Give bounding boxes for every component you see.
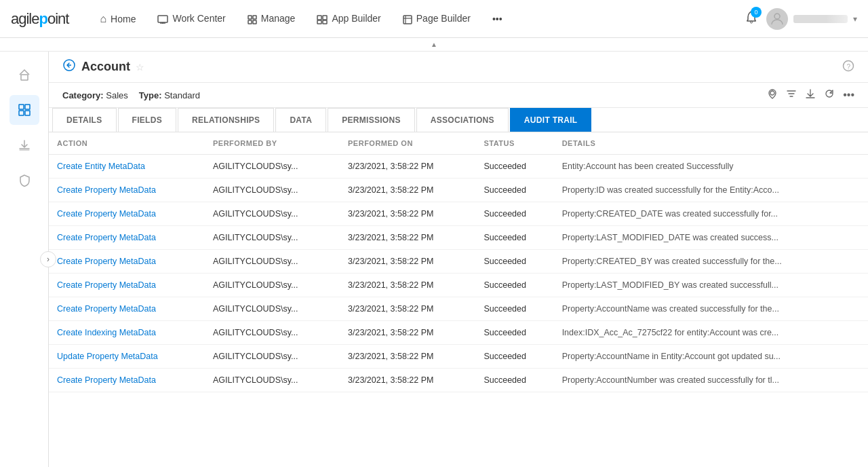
sidebar-item-security[interactable] [9,166,39,195]
nav-more[interactable]: ••• [483,8,512,30]
status-cell: Succeeded [475,321,553,345]
type-key: Type: [139,90,162,100]
tab-audit-trail[interactable]: AUDIT TRAIL [510,108,592,132]
details-cell: Property:AccountName in Entity:Account g… [554,345,868,369]
performed-on-cell: 3/23/2021, 3:58:22 PM [340,345,475,369]
nav-pagebuilder-label: Page Builder [416,13,471,24]
action-link[interactable]: Create Indexing MetaData [57,328,156,337]
nav-appbuilder-label: App Builder [332,13,380,24]
svg-rect-18 [25,105,30,109]
performed-on-cell: 3/23/2021, 3:58:22 PM [340,250,475,274]
collapse-icon: ▲ [431,41,437,48]
action-link[interactable]: Create Property MetaData [57,233,156,242]
svg-text:?: ? [847,62,851,70]
home-nav-icon: ⌂ [100,13,106,25]
svg-rect-5 [248,20,252,24]
performed-by-cell: AGILITYCLOUDS\sy... [205,250,340,274]
logo-text: agilepοint [11,10,68,28]
table-row: Create Property MetaData AGILITYCLOUDS\s… [49,274,868,297]
page-header: Account ☆ ? [49,52,868,83]
action-link[interactable]: Create Property MetaData [57,257,156,266]
action-link[interactable]: Create Property MetaData [57,375,156,385]
table-row: Update Property MetaData AGILITYCLOUDS\s… [49,345,868,369]
tabs-bar: DETAILS FIELDS RELATIONSHIPS DATA PERMIS… [49,108,868,132]
action-link[interactable]: Create Entity MetaData [57,162,145,171]
nav-manage-label: Manage [261,13,296,24]
workcenter-nav-icon [157,13,168,24]
svg-rect-10 [323,20,327,24]
performed-by-cell: AGILITYCLOUDS\sy... [205,155,340,179]
tab-data[interactable]: DATA [275,108,326,132]
nav-manage[interactable]: Manage [238,7,305,29]
svg-rect-4 [253,16,256,19]
action-link[interactable]: Create Property MetaData [57,304,156,314]
performed-on-cell: 3/23/2021, 3:58:22 PM [340,179,475,202]
pagebuilder-nav-icon [403,13,412,24]
sidebar-item-home[interactable] [9,60,39,90]
performed-by-cell: AGILITYCLOUDS\sy... [205,274,340,297]
svg-rect-17 [19,105,24,109]
tab-associations[interactable]: ASSOCIATIONS [416,108,509,132]
chevron-right-icon: › [47,255,50,264]
help-icon[interactable]: ? [842,60,854,75]
svg-rect-8 [323,16,327,20]
action-link[interactable]: Create Property MetaData [57,185,156,195]
main-layout: › Account ☆ ? [0,52,868,467]
filter-toolbar-icon[interactable] [786,88,797,102]
nav-home[interactable]: ⌂ Home [90,7,145,31]
nav-appbuilder[interactable]: App Builder [307,7,390,29]
tab-fields[interactable]: FIELDS [118,108,176,132]
svg-rect-20 [25,111,30,115]
notification-count: 0 [751,7,762,18]
audit-trail-table-container: ACTION PERFORMED BY PERFORMED ON STATUS … [49,132,868,467]
svg-rect-0 [158,16,167,22]
sidebar-item-dashboard[interactable] [9,95,39,125]
action-link[interactable]: Update Property MetaData [57,352,158,361]
favorite-icon[interactable]: ☆ [136,62,144,73]
category-value: Sales [106,90,128,100]
download-toolbar-icon[interactable] [805,88,816,102]
sidebar: › [0,52,49,467]
notification-bell[interactable]: 0 [745,10,758,27]
nav-pagebuilder[interactable]: Page Builder [393,7,480,29]
sidebar-expand-button[interactable]: › [40,251,56,267]
toolbar-icons: ••• [767,88,854,102]
location-toolbar-icon[interactable] [767,88,778,102]
tab-permissions[interactable]: PERMISSIONS [328,108,415,132]
refresh-toolbar-icon[interactable] [824,88,835,102]
type-label: Type: Standard [139,90,200,100]
status-cell: Succeeded [475,226,553,250]
svg-point-14 [751,21,753,23]
user-menu[interactable]: ▾ [766,8,857,30]
nav-workcenter[interactable]: Work Center [148,7,235,29]
details-cell: Index:IDX_Acc_Ac_7275cf22 for entity:Acc… [554,321,868,345]
logo[interactable]: agilepοint [11,10,68,28]
tab-details[interactable]: DETAILS [52,108,117,132]
table-row: Create Entity MetaData AGILITYCLOUDS\sy.… [49,155,868,179]
collapse-bar[interactable]: ▲ [0,38,868,52]
details-cell: Property:CREATED_DATE was created succes… [554,202,868,226]
sidebar-item-download[interactable] [9,130,39,160]
svg-point-25 [770,91,774,95]
audit-trail-table: ACTION PERFORMED BY PERFORMED ON STATUS … [49,132,868,392]
status-cell: Succeeded [475,345,553,369]
category-info: Category: Sales Type: Standard [62,90,200,100]
avatar [766,8,788,30]
svg-rect-19 [19,111,24,115]
back-button[interactable] [62,58,76,75]
status-cell: Succeeded [475,274,553,297]
details-cell: Property:AccountNumber was created succe… [554,369,868,392]
details-cell: Property:CREATED_BY was created successf… [554,250,868,274]
table-body: Create Entity MetaData AGILITYCLOUDS\sy.… [49,155,868,392]
tab-relationships[interactable]: RELATIONSHIPS [178,108,274,132]
nav-items: ⌂ Home Work Center Ma [90,7,745,31]
main-content: Account ☆ ? Category: Sales Type: Standa… [49,52,868,467]
col-performed-by: PERFORMED BY [205,132,340,155]
more-nav-icon: ••• [492,14,502,24]
action-link[interactable]: Create Property MetaData [57,280,156,290]
action-link[interactable]: Create Property MetaData [57,209,156,219]
details-cell: Entity:Account has been created Successf… [554,155,868,179]
top-navigation: agilepοint ⌂ Home Work Center [0,0,868,38]
more-toolbar-icon[interactable]: ••• [843,89,854,101]
svg-point-15 [774,14,780,19]
